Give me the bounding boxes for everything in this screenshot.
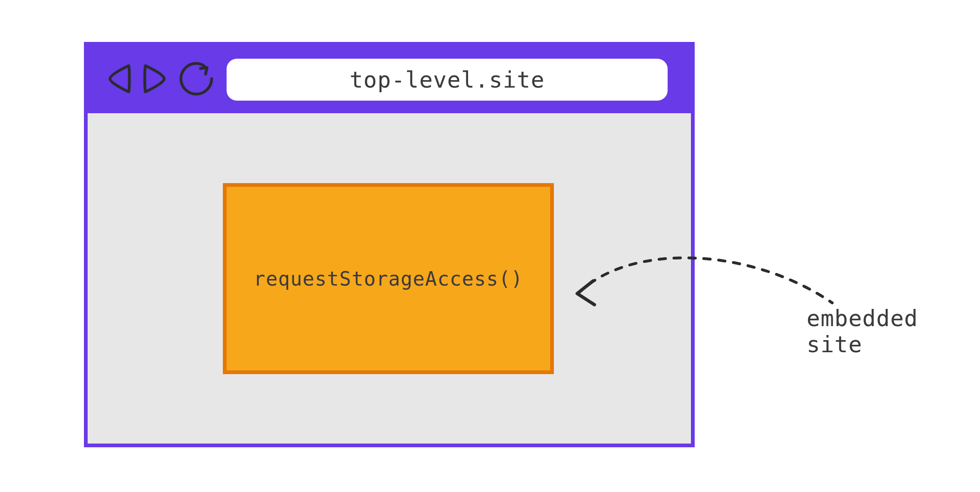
url-bar: top-level.site xyxy=(227,59,668,101)
embedded-code-text: requestStorageAccess() xyxy=(254,267,523,290)
annotation-label: embedded site xyxy=(807,305,980,357)
reload-icon xyxy=(178,61,214,99)
forward-icon xyxy=(142,62,169,97)
url-text: top-level.site xyxy=(350,67,545,93)
back-icon xyxy=(105,62,132,97)
annotation-arrow xyxy=(573,233,839,326)
embedded-site-frame: requestStorageAccess() xyxy=(223,183,554,374)
nav-controls xyxy=(105,61,214,99)
browser-toolbar: top-level.site xyxy=(88,46,691,113)
